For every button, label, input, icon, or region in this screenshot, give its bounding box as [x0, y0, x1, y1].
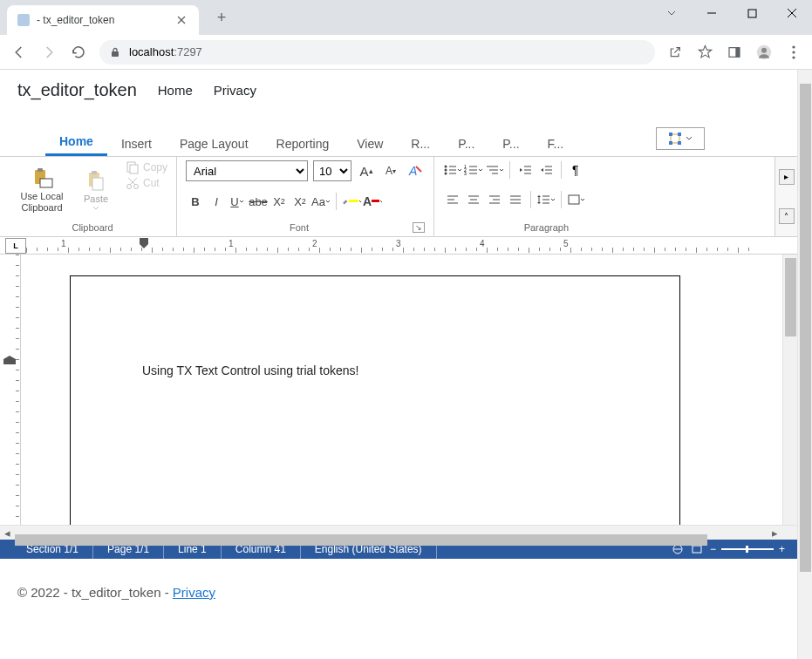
minimize-button[interactable]	[692, 0, 732, 26]
font-size-select[interactable]: 10	[313, 160, 351, 181]
chevron-down-icon	[92, 206, 99, 210]
window-controls	[652, 0, 812, 26]
bookmark-star-icon[interactable]	[697, 44, 713, 60]
document-canvas[interactable]: Using TX Text Control using trial tokens…	[21, 255, 782, 525]
ribbon-group-font: Arial 10 A▴ A▾ A B I U abe X2 X2	[177, 157, 434, 236]
zoom-in-button[interactable]: +	[779, 543, 785, 555]
ribbon-tab-f[interactable]: F...	[534, 130, 578, 156]
cut-button[interactable]: Cut	[126, 176, 167, 190]
editor-vertical-scrollbar[interactable]	[782, 255, 797, 525]
line-spacing-button[interactable]	[536, 190, 556, 209]
nav-home[interactable]: Home	[158, 83, 193, 98]
font-color-button[interactable]: A	[363, 192, 382, 211]
svg-point-13	[792, 56, 795, 58]
page-viewport: tx_editor_token Home Privacy Home Insert…	[0, 70, 812, 659]
subscript-button[interactable]: X2	[270, 192, 289, 211]
ribbon-tabs: Home Insert Page Layout Reporting View R…	[0, 124, 797, 157]
svg-point-32	[445, 166, 447, 168]
lock-icon	[110, 47, 120, 58]
svg-rect-21	[40, 179, 52, 187]
horizontal-ruler[interactable]: L 1 1 2 3 4 5	[0, 237, 797, 255]
maximize-button[interactable]	[732, 0, 772, 26]
document-area: Using TX Text Control using trial tokens…	[0, 255, 797, 525]
scroll-left-button[interactable]: ◂	[0, 526, 15, 540]
svg-rect-8	[735, 47, 740, 57]
bold-button[interactable]: B	[186, 192, 205, 211]
ribbon-tab-p1[interactable]: P...	[444, 130, 488, 156]
svg-rect-6	[112, 51, 119, 57]
dropdown-icon[interactable]	[652, 0, 692, 26]
tab-title: - tx_editor_token	[37, 14, 167, 26]
menu-dots-icon[interactable]	[786, 44, 802, 60]
clear-format-button[interactable]: A	[406, 161, 425, 180]
outdent-button[interactable]	[515, 160, 535, 180]
align-left-button[interactable]	[443, 190, 462, 209]
brand[interactable]: tx_editor_token	[17, 80, 137, 100]
scroll-right-button[interactable]: ▸	[779, 169, 795, 185]
zoom-out-button[interactable]: −	[710, 543, 716, 555]
indent-marker-icon[interactable]	[3, 356, 16, 364]
footer-privacy-link[interactable]: Privacy	[173, 585, 215, 600]
site-nav: tx_editor_token Home Privacy	[0, 70, 797, 110]
reload-button[interactable]	[70, 44, 87, 61]
ribbon-body: Use LocalClipboard Paste Copy	[0, 157, 797, 237]
document-text[interactable]: Using TX Text Control using trial tokens…	[142, 363, 359, 377]
editor-horizontal-scrollbar[interactable]: ◂ ▸	[0, 525, 797, 540]
superscript-button[interactable]: X2	[290, 192, 310, 211]
zoom-control[interactable]: − +	[710, 543, 785, 555]
svg-rect-23	[92, 171, 97, 174]
grow-font-button[interactable]: A▴	[357, 161, 376, 180]
font-family-select[interactable]: Arial	[186, 160, 308, 181]
ribbon-tab-r[interactable]: R...	[397, 130, 444, 156]
svg-rect-73	[693, 546, 701, 553]
forward-button[interactable]	[40, 44, 58, 61]
url-text: localhost:7297	[129, 45, 202, 58]
copy-button[interactable]: Copy	[126, 160, 167, 174]
svg-point-28	[134, 185, 139, 189]
ribbon-tab-view[interactable]: View	[343, 130, 397, 156]
underline-button[interactable]: U	[228, 192, 247, 211]
justify-button[interactable]	[506, 190, 525, 209]
tab-close-icon[interactable]	[174, 13, 188, 27]
svg-line-29	[130, 178, 137, 185]
side-panel-icon[interactable]	[727, 44, 742, 60]
close-button[interactable]	[772, 0, 812, 26]
ribbon-tab-p2[interactable]: P...	[488, 130, 533, 156]
ribbon-overflow: ▸ ˄	[774, 157, 797, 236]
back-button[interactable]	[10, 44, 28, 61]
scroll-right-button[interactable]: ▸	[768, 526, 782, 540]
para-marks-button[interactable]: ¶	[567, 160, 586, 180]
align-center-button[interactable]	[464, 190, 483, 209]
page-vertical-scrollbar[interactable]	[797, 70, 812, 659]
svg-point-34	[445, 169, 447, 172]
profile-avatar-icon[interactable]	[756, 44, 772, 60]
align-right-button[interactable]	[485, 190, 504, 209]
collapse-button[interactable]: ˄	[779, 208, 795, 224]
strike-button[interactable]: abe	[249, 192, 268, 211]
paste-button[interactable]: Paste	[72, 160, 120, 221]
ribbon-tab-reporting[interactable]: Reporting	[263, 130, 344, 156]
svg-text:A: A	[408, 164, 417, 178]
italic-button[interactable]: I	[207, 192, 226, 211]
svg-text:3: 3	[464, 171, 467, 176]
browser-tab[interactable]: - tx_editor_token	[7, 5, 199, 35]
borders-button[interactable]	[567, 190, 586, 209]
url-field[interactable]: localhost:7297	[99, 40, 655, 65]
ribbon-tab-home[interactable]: Home	[45, 127, 107, 156]
vertical-ruler[interactable]	[0, 255, 21, 525]
indent-button[interactable]	[536, 160, 556, 180]
nav-privacy[interactable]: Privacy	[214, 83, 256, 98]
bullets-button[interactable]	[443, 160, 462, 180]
share-icon[interactable]	[667, 44, 683, 60]
ribbon-tab-page-layout[interactable]: Page Layout	[166, 130, 263, 156]
numbering-button[interactable]: 123	[464, 160, 483, 180]
highlight-button[interactable]	[342, 192, 361, 211]
ribbon-tab-insert[interactable]: Insert	[107, 130, 166, 156]
use-local-clipboard-button[interactable]: Use LocalClipboard	[17, 160, 66, 221]
multilevel-button[interactable]	[485, 160, 504, 180]
layout-toggle[interactable]	[656, 127, 705, 150]
case-button[interactable]: Aa	[311, 192, 331, 211]
new-tab-button[interactable]: +	[209, 5, 234, 30]
shrink-font-button[interactable]: A▾	[381, 161, 400, 180]
tab-selector[interactable]: L	[5, 238, 26, 254]
